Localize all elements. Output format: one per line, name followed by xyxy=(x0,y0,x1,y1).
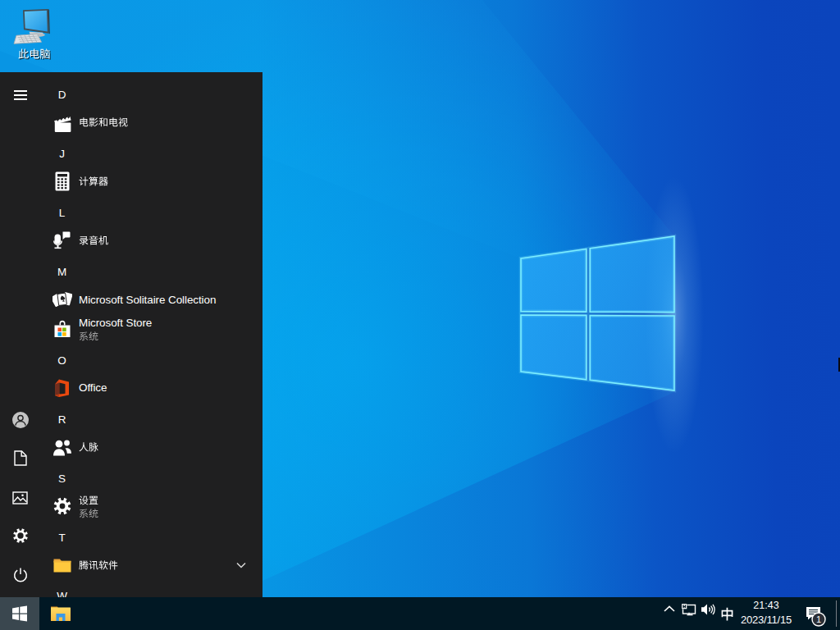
svg-text:1: 1 xyxy=(816,614,821,624)
